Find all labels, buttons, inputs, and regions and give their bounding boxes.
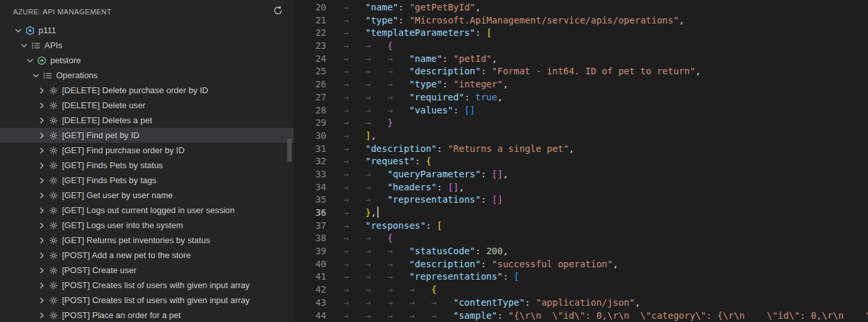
line-number[interactable]: 25: [294, 65, 326, 78]
code-line[interactable]: 36→},: [294, 207, 868, 220]
code-line[interactable]: 39→→→"statusCode": 200,: [294, 245, 868, 258]
code-line[interactable]: 26→→→"type": "integer",: [294, 78, 868, 91]
chevron-right-icon[interactable]: [37, 115, 47, 126]
line-number[interactable]: 29: [294, 117, 326, 130]
line-number[interactable]: 21: [294, 14, 326, 27]
line-number[interactable]: 41: [294, 271, 326, 284]
line-number[interactable]: 40: [294, 258, 326, 271]
chevron-right-icon[interactable]: [37, 160, 47, 171]
editor[interactable]: 20→"name": "getPetById",21→"type": "Micr…: [294, 0, 868, 322]
code-line[interactable]: 44→→→→→"sample": "{\r\n \"id\": 0,\r\n \…: [294, 310, 868, 322]
token-pun: :: [481, 259, 492, 269]
line-number[interactable]: 30: [294, 130, 326, 143]
line-number[interactable]: 35: [294, 194, 326, 207]
chevron-right-icon[interactable]: [37, 310, 47, 321]
chevron-right-icon[interactable]: [37, 175, 47, 186]
code-line[interactable]: 40→→→"description": "successful operatio…: [294, 258, 868, 271]
line-number[interactable]: 36: [294, 207, 326, 220]
tree-item-operations[interactable]: Operations: [0, 68, 294, 83]
line-number[interactable]: 34: [294, 181, 326, 194]
tree-item-post-create-user[interactable]: [POST] Create user: [0, 263, 294, 278]
line-number[interactable]: 27: [294, 91, 326, 104]
tree-item-petstore[interactable]: petstore: [0, 53, 294, 68]
code-line[interactable]: 30→],: [294, 130, 868, 143]
tab-whitespace-marker: →: [365, 258, 388, 271]
tree-scrollbar[interactable]: [287, 139, 292, 162]
chevron-down-icon[interactable]: [25, 55, 35, 66]
tree-item-delete-deletes-a-pet[interactable]: [DELETE] Deletes a pet: [0, 113, 294, 128]
tab-whitespace-marker: →: [343, 14, 365, 27]
code-line[interactable]: 43→→→→→"contentType": "application/json"…: [294, 297, 868, 310]
tree-item-get-finds-pets-by-tags[interactable]: [GET] Finds Pets by tags: [0, 173, 294, 188]
tab-whitespace-marker: →: [343, 27, 365, 40]
tree-item-delete-delete-purchase-order-by-id[interactable]: [DELETE] Delete purchase order by ID: [0, 83, 294, 98]
chevron-right-icon[interactable]: [37, 250, 47, 261]
tree-item-post-add-a-new-pet-to-the-store[interactable]: [POST] Add a new pet to the store: [0, 248, 294, 263]
chevron-down-icon[interactable]: [31, 70, 41, 81]
code-line[interactable]: 38→→{: [294, 232, 868, 245]
line-number[interactable]: 39: [294, 245, 326, 258]
code-line[interactable]: 24→→→"name": "petId",: [294, 53, 868, 66]
line-number[interactable]: 26: [294, 78, 326, 91]
line-number[interactable]: 31: [294, 143, 326, 156]
chevron-down-icon[interactable]: [13, 25, 23, 36]
code-line[interactable]: 41→→→"representations": [: [294, 271, 868, 284]
line-number[interactable]: 37: [294, 220, 326, 233]
tree-item-get-get-user-by-user-name[interactable]: [GET] Get user by user name: [0, 188, 294, 203]
line-number[interactable]: 38: [294, 232, 326, 245]
chevron-right-icon[interactable]: [37, 190, 47, 201]
chevron-right-icon[interactable]: [37, 295, 47, 306]
code-line[interactable]: 32→"request": {: [294, 155, 868, 168]
code-line[interactable]: 37→"responses": [: [294, 220, 868, 233]
refresh-button[interactable]: [271, 5, 285, 18]
tree-item-get-find-pet-by-id[interactable]: [GET] Find pet by ID: [0, 128, 294, 143]
code-line[interactable]: 33→→"queryParameters": [],: [294, 168, 868, 181]
code-line[interactable]: 27→→→"required": true,: [294, 91, 868, 104]
code-line[interactable]: 23→→{: [294, 40, 868, 53]
line-number[interactable]: 20: [294, 1, 326, 14]
chevron-right-icon[interactable]: [37, 265, 47, 276]
code-line[interactable]: 42→→→→{: [294, 284, 868, 297]
chevron-right-icon[interactable]: [37, 235, 47, 246]
tree-item-get-logs-out-current-logged-in-user-session[interactable]: [GET] Logs out current logged in user se…: [0, 203, 294, 218]
line-number[interactable]: 43: [294, 297, 326, 310]
tree-item-get-find-purchase-order-by-id[interactable]: [GET] Find purchase order by ID: [0, 143, 294, 158]
code-line[interactable]: 31→"description": "Returns a single pet"…: [294, 143, 868, 156]
tab-whitespace-marker: →: [365, 194, 388, 207]
tree-item-get-logs-user-into-the-system[interactable]: [GET] Logs user into the system: [0, 218, 294, 233]
chevron-right-icon[interactable]: [37, 145, 47, 156]
tree-item-p111[interactable]: p111: [0, 23, 294, 38]
tree-item-apis[interactable]: APIs: [0, 38, 294, 53]
line-number[interactable]: 24: [294, 53, 326, 66]
chevron-right-icon[interactable]: [37, 280, 47, 291]
tree-item-post-creates-list-of-users-with-given-input-[interactable]: [POST] Creates list of users with given …: [0, 278, 294, 293]
code-line[interactable]: 35→→"representations": []: [294, 194, 868, 207]
line-number[interactable]: 32: [294, 155, 326, 168]
tree-item-delete-delete-user[interactable]: [DELETE] Delete user: [0, 98, 294, 113]
chevron-right-icon[interactable]: [37, 85, 47, 96]
code-line[interactable]: 34→→"headers": [],: [294, 181, 868, 194]
chevron-right-icon[interactable]: [37, 220, 47, 231]
chevron-right-icon[interactable]: [37, 100, 47, 111]
code-line[interactable]: 25→→→"description": "Format - int64. ID …: [294, 65, 868, 78]
code-line[interactable]: 22→"templateParameters": [: [294, 27, 868, 40]
tree-item-post-creates-list-of-users-with-given-input-[interactable]: [POST] Creates list of users with given …: [0, 293, 294, 308]
chevron-down-icon[interactable]: [19, 40, 29, 51]
line-number[interactable]: 28: [294, 104, 326, 117]
code-line[interactable]: 20→"name": "getPetById",: [294, 1, 868, 14]
line-number[interactable]: 42: [294, 284, 326, 297]
tree-item-get-finds-pets-by-status[interactable]: [GET] Finds Pets by status: [0, 158, 294, 173]
tree-item-post-place-an-order-for-a-pet[interactable]: [POST] Place an order for a pet: [0, 308, 294, 322]
code-line[interactable]: 29→→}: [294, 117, 868, 130]
line-number[interactable]: 23: [294, 40, 326, 53]
line-number[interactable]: 22: [294, 27, 326, 40]
code-line[interactable]: 21→"type": "Microsoft.ApiManagement/serv…: [294, 14, 868, 27]
chevron-right-icon[interactable]: [37, 130, 47, 141]
line-number[interactable]: 44: [294, 310, 326, 322]
sidebar-title: AZURE: API MANAGEMENT: [13, 8, 112, 16]
chevron-right-icon[interactable]: [37, 205, 47, 216]
tab-whitespace-marker: →: [343, 258, 365, 271]
line-number[interactable]: 33: [294, 168, 326, 181]
tree-item-get-returns-pet-inventories-by-status[interactable]: [GET] Returns pet inventories by status: [0, 233, 294, 248]
code-line[interactable]: 28→→→"values": []: [294, 104, 868, 117]
